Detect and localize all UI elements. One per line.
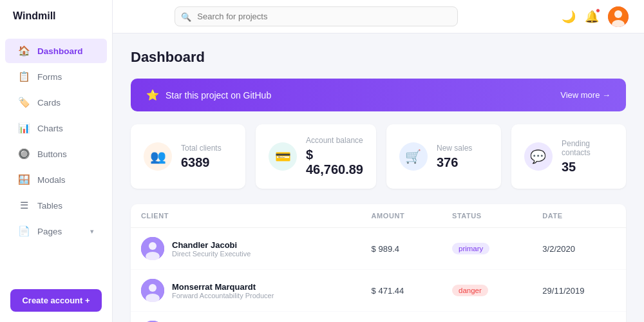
table-row: Chandler Jacobi Direct Security Executiv… bbox=[131, 228, 626, 270]
new-sales-info: New sales 376 bbox=[437, 144, 472, 170]
table-row: Monserrat Marquardt Forward Accountabili… bbox=[131, 270, 626, 312]
page-content: Dashboard ⭐ Star this project on GitHub … bbox=[113, 33, 644, 322]
total-clients-icon: 👥 bbox=[144, 142, 172, 171]
banner-link[interactable]: View more → bbox=[560, 90, 611, 100]
main-area: 🔍 🌙 🔔 Dashboard ⭐ Star th bbox=[113, 0, 644, 322]
search-input[interactable] bbox=[175, 6, 458, 26]
page-title: Dashboard bbox=[131, 49, 626, 66]
client-role-1: Forward Accountability Producer bbox=[172, 292, 274, 299]
client-name-0: Chandler Jacobi bbox=[172, 240, 251, 250]
sidebar-footer: Create account + bbox=[0, 279, 112, 322]
sidebar-label-forms: Forms bbox=[37, 72, 62, 82]
buttons-icon: 🔘 bbox=[18, 148, 30, 160]
banner-left: ⭐ Star this project on GitHub bbox=[146, 89, 271, 101]
pending-contacts-info: Pending contacts 35 bbox=[562, 139, 613, 175]
sidebar-item-forms[interactable]: 📋 Forms bbox=[5, 64, 107, 89]
total-clients-label: Total clients bbox=[181, 144, 222, 153]
sidebar-item-modals[interactable]: 🪟 Modals bbox=[5, 167, 107, 192]
create-account-button[interactable]: Create account + bbox=[10, 289, 102, 312]
forms-icon: 📋 bbox=[18, 71, 30, 82]
sidebar-item-tables[interactable]: ☰ Tables bbox=[5, 193, 107, 218]
pending-contacts-label: Pending contacts bbox=[562, 139, 613, 157]
amount-cell-1: $ 471.44 bbox=[361, 270, 442, 312]
total-clients-value: 6389 bbox=[181, 155, 222, 170]
stats-grid: 👥 Total clients 6389 💳 Account balance $… bbox=[131, 124, 626, 189]
notification-bell[interactable]: 🔔 bbox=[585, 10, 599, 24]
client-cell-2: Lonie Wyman Legacy Program Director bbox=[131, 312, 361, 323]
clients-table: CLIENT AMOUNT STATUS DATE bbox=[131, 204, 626, 322]
status-cell-2: success bbox=[442, 312, 532, 323]
new-sales-value: 376 bbox=[437, 155, 472, 170]
svg-point-1 bbox=[614, 10, 622, 18]
sidebar-label-cards: Cards bbox=[37, 98, 61, 108]
new-sales-label: New sales bbox=[437, 144, 472, 153]
banner-text: Star this project on GitHub bbox=[166, 90, 271, 100]
tables-icon: ☰ bbox=[18, 200, 30, 211]
header: 🔍 🌙 🔔 bbox=[113, 0, 644, 33]
pending-contacts-value: 35 bbox=[562, 160, 613, 175]
stat-card-total-clients: 👥 Total clients 6389 bbox=[131, 124, 245, 189]
sidebar-item-charts[interactable]: 📊 Charts bbox=[5, 116, 107, 140]
account-balance-info: Account balance $ 46,760.89 bbox=[306, 136, 363, 177]
col-status: STATUS bbox=[442, 204, 532, 228]
svg-point-7 bbox=[149, 284, 156, 292]
sidebar-item-dashboard[interactable]: 🏠 Dashboard bbox=[5, 39, 107, 63]
sidebar-label-modals: Modals bbox=[37, 175, 66, 185]
total-clients-info: Total clients 6389 bbox=[181, 144, 222, 170]
user-avatar[interactable] bbox=[608, 6, 629, 27]
stat-card-account-balance: 💳 Account balance $ 46,760.89 bbox=[256, 124, 376, 189]
pending-contacts-icon: 💬 bbox=[524, 142, 553, 171]
table-header-row: CLIENT AMOUNT STATUS DATE bbox=[131, 204, 626, 228]
status-badge-1: danger bbox=[452, 285, 488, 296]
home-icon: 🏠 bbox=[18, 45, 30, 57]
account-balance-value: $ 46,760.89 bbox=[306, 147, 363, 177]
new-sales-icon: 🛒 bbox=[399, 142, 428, 171]
col-amount: AMOUNT bbox=[361, 204, 442, 228]
pages-icon: 📄 bbox=[18, 225, 30, 237]
status-badge-0: primary bbox=[452, 243, 489, 254]
header-actions: 🌙 🔔 bbox=[562, 6, 629, 27]
theme-toggle[interactable]: 🌙 bbox=[562, 10, 576, 24]
client-cell-1: Monserrat Marquardt Forward Accountabili… bbox=[131, 270, 361, 312]
col-client: CLIENT bbox=[131, 204, 361, 228]
sidebar-label-tables: Tables bbox=[37, 201, 62, 211]
date-cell-2: 3/4/2020 bbox=[532, 312, 626, 323]
sidebar-item-pages[interactable]: 📄 Pages ▾ bbox=[5, 219, 107, 243]
client-avatar-0 bbox=[141, 237, 164, 260]
client-cell-0: Chandler Jacobi Direct Security Executiv… bbox=[131, 228, 361, 270]
stat-card-new-sales: 🛒 New sales 376 bbox=[386, 124, 501, 189]
github-banner[interactable]: ⭐ Star this project on GitHub View more … bbox=[131, 79, 626, 111]
client-avatar-1 bbox=[141, 279, 164, 302]
sidebar: Windmill 🏠 Dashboard 📋 Forms 🏷️ Cards 📊 … bbox=[0, 0, 113, 322]
sidebar-label-buttons: Buttons bbox=[37, 149, 67, 159]
star-icon: ⭐ bbox=[146, 89, 159, 101]
table-row: Lonie Wyman Legacy Program Director $ 93… bbox=[131, 312, 626, 323]
col-date: DATE bbox=[532, 204, 626, 228]
sidebar-label-pages: Pages bbox=[37, 227, 62, 236]
sidebar-label-dashboard: Dashboard bbox=[37, 46, 83, 56]
app-logo: Windmill bbox=[0, 0, 112, 32]
client-name-1: Monserrat Marquardt bbox=[172, 282, 274, 292]
amount-cell-0: $ 989.4 bbox=[361, 228, 442, 270]
account-balance-label: Account balance bbox=[306, 136, 363, 145]
status-cell-1: danger bbox=[442, 270, 532, 312]
notification-dot bbox=[596, 8, 600, 13]
charts-icon: 📊 bbox=[18, 122, 30, 134]
clients-table-container: CLIENT AMOUNT STATUS DATE bbox=[131, 204, 626, 322]
cards-icon: 🏷️ bbox=[18, 97, 30, 108]
svg-point-4 bbox=[149, 242, 156, 250]
date-cell-0: 3/2/2020 bbox=[532, 228, 626, 270]
modals-icon: 🪟 bbox=[18, 174, 30, 185]
sidebar-label-charts: Charts bbox=[37, 124, 63, 133]
status-cell-0: primary bbox=[442, 228, 532, 270]
stat-card-pending-contacts: 💬 Pending contacts 35 bbox=[511, 124, 626, 189]
account-balance-icon: 💳 bbox=[269, 142, 297, 171]
sidebar-item-buttons[interactable]: 🔘 Buttons bbox=[5, 142, 107, 166]
amount-cell-2: $ 934.24 bbox=[361, 312, 442, 323]
sidebar-item-cards[interactable]: 🏷️ Cards bbox=[5, 90, 107, 115]
search-icon: 🔍 bbox=[181, 12, 191, 21]
search-bar-container: 🔍 bbox=[175, 6, 458, 26]
client-role-0: Direct Security Executive bbox=[172, 250, 251, 258]
date-cell-1: 29/11/2019 bbox=[532, 270, 626, 312]
sidebar-nav: 🏠 Dashboard 📋 Forms 🏷️ Cards 📊 Charts 🔘 … bbox=[0, 32, 112, 279]
